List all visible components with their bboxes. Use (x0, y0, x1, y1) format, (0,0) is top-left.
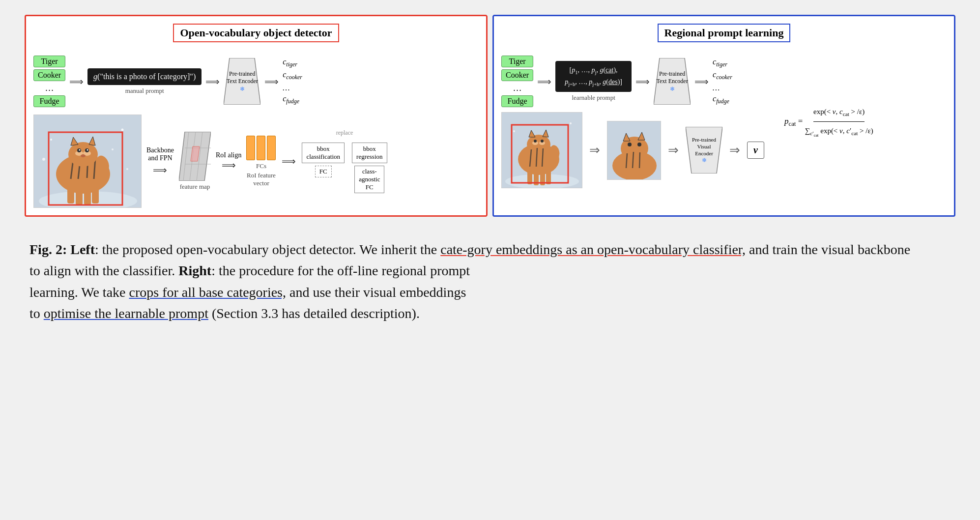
svg-point-26 (112, 148, 114, 150)
double-arrow2: ⇒ (668, 143, 679, 158)
denominator: ∑c′cat exp(< v, c′cat > /ε) (805, 122, 873, 140)
svg-rect-69 (632, 170, 636, 179)
out-tiger: ctiger (283, 58, 302, 68)
visual-encoder-shape: Pre-trainedVisual Encoder❄ (686, 127, 722, 173)
r-arrow1: ⟹ (537, 76, 551, 87)
r-out-cooker: ccooker (713, 70, 732, 81)
visual-encoder-area: Pre-trainedVisual Encoder❄ (686, 127, 722, 173)
prompt-box: g("this is a photo of [category]") (87, 68, 202, 85)
encoder-label: Pre-trainedText Encoder❄ (226, 70, 258, 93)
cat-fudge: Fudge (33, 95, 65, 107)
out-fudge: cfudge (283, 94, 302, 105)
left-categories: Tiger Cooker … Fudge (33, 56, 65, 107)
feature-map-svg (179, 132, 211, 181)
r-cat-fudge: Fudge (501, 95, 533, 107)
right-panel-left-sub: Tiger Cooker … Fudge ⟹ [p1, …, pj, g(cat… (501, 56, 770, 188)
r-cat-tiger: Tiger (501, 56, 533, 67)
svg-point-45 (534, 140, 537, 143)
svg-point-57 (570, 122, 572, 124)
fcs-label: FCs (256, 162, 266, 170)
right-panel-title: Regional prompt learning (658, 24, 791, 42)
svg-point-15 (79, 149, 81, 151)
svg-point-16 (87, 149, 88, 151)
double-arrow1: ⇒ (589, 143, 600, 158)
right-panel: Regional prompt learning Tiger Cooker … … (492, 15, 955, 217)
r-cat-cooker: Cooker (501, 69, 533, 81)
r-out-fudge: cfudge (713, 94, 732, 105)
learnable-prompt-area: [p1, …, pj, g(cat), pj+b, …, pj+h, g(des… (555, 61, 632, 102)
right-panel-title-row: Regional prompt learning (501, 24, 947, 48)
svg-point-27 (42, 158, 45, 161)
caption-underline1: cate-gory embeddings as an open-vocabula… (440, 242, 746, 257)
right-categories: Tiger Cooker … Fudge (501, 56, 533, 107)
right-top-flow: Tiger Cooker … Fudge ⟹ [p1, …, pj, g(cat… (501, 56, 770, 107)
caption-left-bold: Left (70, 242, 95, 257)
caption-right-bold: Right (178, 263, 211, 278)
backbone-area: Backboneand FPN ⟹ (146, 146, 174, 176)
numerator: exp(< v, ccat > /ε) (813, 104, 865, 122)
r-out-ellipsis: … (713, 84, 732, 92)
right-panel-layout: Tiger Cooker … Fudge ⟹ [p1, …, pj, g(cat… (501, 56, 947, 188)
svg-point-63 (628, 143, 632, 146)
svg-rect-70 (638, 170, 642, 179)
v-output: v (747, 142, 764, 159)
caption-text7: to (29, 306, 44, 321)
encoder-shape: Pre-trainedText Encoder❄ (224, 58, 260, 105)
visual-encoder-label: Pre-trainedVisual Encoder❄ (688, 136, 720, 164)
right-bottom-row: ⇒ (501, 112, 770, 188)
out-cooker: ccooker (283, 70, 302, 81)
roi-align-area: RoI align ⟹ (216, 151, 242, 171)
arrow3: ⟹ (264, 76, 279, 87)
cat-ellipsis: … (33, 83, 65, 93)
visual-snowflake-icon: ❄ (702, 157, 707, 164)
svg-point-25 (121, 129, 124, 131)
caption-area: Fig. 2: Left: the proposed open-vocabula… (25, 231, 955, 332)
cropped-region (607, 121, 661, 180)
bbox-regress-box: bboxregression (352, 143, 387, 163)
caption-text2: and train the visual backbone (746, 242, 910, 257)
r-encoder-area: Pre-trainedText Encoder❄ (654, 58, 691, 105)
svg-rect-20 (84, 188, 91, 205)
r-encoder-label: Pre-trainedText Encoder❄ (656, 70, 688, 93)
caption-text5: learning. We take (29, 285, 129, 300)
backbone-arrow: ⟹ (153, 164, 167, 176)
tiger-svg (34, 115, 142, 208)
bbox-classif-area: bboxclassification FC (302, 143, 345, 193)
snowflake-icon: ❄ (240, 85, 245, 92)
fc-block-1 (246, 136, 255, 160)
bbox-classif-box: bboxclassification (302, 143, 345, 163)
cat-tiger: Tiger (33, 56, 65, 67)
r-cat-ellipsis: … (501, 83, 533, 93)
left-panel-title-row: Open-vocabulary object detector (33, 24, 479, 48)
arrow2: ⟹ (205, 76, 220, 87)
fc-dashed: FC (315, 166, 332, 177)
left-panel: Open-vocabulary object detector Tiger Co… (25, 15, 488, 217)
cat-cooker: Cooker (33, 69, 65, 81)
fig-label: Fig. 2: (29, 242, 70, 257)
tiger-image (33, 115, 142, 208)
left-panel-title: Open-vocabulary object detector (173, 24, 339, 42)
roi-align-label: RoI align (216, 151, 242, 159)
right-panel-formula-area: pcat = exp(< v, ccat > /ε) ∑c′cat exp(< … (779, 56, 947, 188)
svg-point-40 (527, 135, 550, 154)
fc-block-2 (257, 136, 265, 160)
prompt-area: g("this is a photo of [category]") manua… (87, 68, 202, 95)
main-container: Open-vocabulary object detector Tiger Co… (10, 10, 970, 337)
classif-boxes: bboxclassification FC bboxregression cla… (302, 143, 387, 193)
crop-image (607, 121, 661, 180)
r-snowflake-icon: ❄ (670, 85, 675, 92)
left-top-flow: Tiger Cooker … Fudge ⟹ g("this is a phot… (33, 56, 479, 107)
right-tiger-svg (502, 113, 582, 188)
caption-text8: (Section 3.3 has detailed description). (208, 306, 420, 321)
feature-map-label: feature map (180, 183, 210, 191)
svg-point-56 (513, 130, 515, 132)
classif-section: replace bboxclassification FC bboxregres… (302, 129, 387, 193)
tiger-image-area (33, 115, 142, 208)
backbone-label: Backboneand FPN (146, 146, 174, 162)
caption-underline2: crops for all base categories, (129, 285, 286, 300)
bbox-regress-area: bboxregression class-agnosticFC (352, 143, 387, 193)
to-class-arrow: ⟹ (282, 155, 296, 167)
fc-blocks (246, 136, 276, 160)
replace-label: replace (302, 129, 387, 137)
caption-text6: and use their visual embeddings (286, 285, 466, 300)
